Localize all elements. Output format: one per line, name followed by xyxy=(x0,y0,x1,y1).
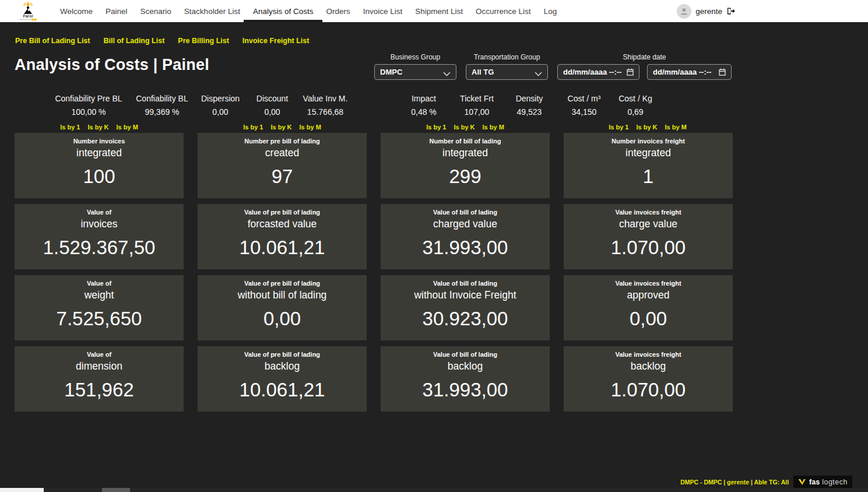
link-pre-bill-of-lading-list[interactable]: Pre Bill of Lading List xyxy=(15,37,90,45)
card-title: backlog xyxy=(198,360,367,372)
card-group-label: Value of xyxy=(15,209,184,216)
isby-link-m[interactable]: Is by M xyxy=(665,124,687,131)
link-invoice-freight-list[interactable]: Invoice Freight List xyxy=(243,37,310,45)
card-group-label: Value invoices freight xyxy=(564,351,733,358)
chevron-down-icon xyxy=(443,72,451,76)
nav-item-welcome[interactable]: Welcome xyxy=(54,0,99,22)
card-invoices-freight-approved: Value invoices freight approved 0,00 xyxy=(564,275,733,340)
username-label: gerente xyxy=(695,7,722,16)
isby-link-k[interactable]: Is by K xyxy=(454,124,475,131)
card-group-label: Value of pre bill of lading xyxy=(198,209,367,216)
calendar-icon[interactable] xyxy=(719,68,726,76)
card-value: 1 xyxy=(564,159,733,198)
brand-name: Farol xyxy=(23,14,33,18)
card-value-weight: Value of weight 7.525,650 xyxy=(15,275,184,340)
card-title: integrated xyxy=(381,147,550,159)
card-bl-backlog: Value of bill of lading backlog 31.993,0… xyxy=(381,346,550,412)
card-value: 30.923,00 xyxy=(381,301,550,340)
nav-item-occurrence-list[interactable]: Occurrence List xyxy=(469,0,537,22)
main-menu: Welcome Painel Scenario Stackholder List… xyxy=(54,0,563,22)
isby-link-k[interactable]: Is by K xyxy=(87,124,108,131)
card-title: without bill of lading xyxy=(198,289,367,301)
filters-bar: Business Group DMPC Transportation Group… xyxy=(374,53,732,80)
card-group-label: Value of bill of lading xyxy=(381,209,550,216)
filter-transportation-group: Transportation Group All TG xyxy=(466,53,548,80)
nav-item-orders[interactable]: Orders xyxy=(319,0,356,22)
card-invoices-freight-charge-value: Value invoices freight charge value 1.07… xyxy=(564,204,733,269)
shipdate-label: Shipdate date xyxy=(557,53,732,61)
nav-item-log[interactable]: Log xyxy=(537,0,564,22)
scrollbar-thumb[interactable] xyxy=(0,488,44,492)
isby-link-1[interactable]: Is by 1 xyxy=(609,124,628,131)
isby-link-1[interactable]: Is by 1 xyxy=(60,124,80,131)
transportation-group-select[interactable]: All TG xyxy=(466,64,548,80)
card-pre-bl-forcasted-value: Value of pre bill of lading forcasted va… xyxy=(198,204,367,269)
fas-logtech-logo: fas logtech xyxy=(793,476,852,488)
kpi-value: 0,00 xyxy=(201,107,240,117)
horizontal-scrollbar[interactable] xyxy=(0,488,868,492)
card-title: without Invoice Freight xyxy=(381,289,550,301)
link-bill-of-lading-list[interactable]: Bill of Lading List xyxy=(103,37,164,45)
transportation-group-value: All TG xyxy=(472,68,494,76)
card-group-label: Number of bill of lading xyxy=(381,138,550,145)
logout-icon[interactable] xyxy=(726,7,735,15)
card-bl-charged-value: Value of bill of lading charged value 31… xyxy=(381,204,550,269)
nav-item-shipment-list[interactable]: Shipment List xyxy=(409,0,469,22)
isby-link-k[interactable]: Is by K xyxy=(636,124,657,131)
card-value: 100 xyxy=(15,159,184,198)
kpi-value: 99,369 % xyxy=(136,107,188,117)
card-value: 10.061,21 xyxy=(198,372,367,412)
user-menu[interactable]: gerente xyxy=(677,4,735,19)
card-value: 0,00 xyxy=(564,301,733,340)
card-invoices-freight-integrated: Number invoices freight integrated 1 xyxy=(564,133,733,198)
business-group-select[interactable]: DMPC xyxy=(374,64,456,80)
card-group-label: Number invoices freight xyxy=(564,138,733,145)
farol-logo[interactable]: Farol xyxy=(13,2,43,20)
shipdate-from-input[interactable]: dd/mm/aaaa --:-- xyxy=(557,64,639,80)
card-group-label: Number invoices xyxy=(15,138,184,145)
nav-item-scenario[interactable]: Scenario xyxy=(134,0,178,22)
kpi-value: 0,00 xyxy=(256,107,288,117)
card-title: invoices xyxy=(15,218,184,230)
card-group-label: Value invoices freight xyxy=(564,280,733,287)
isby-group-pre-bill: Is by 1 Is by K Is by M xyxy=(243,124,321,131)
isby-link-1[interactable]: Is by 1 xyxy=(426,124,446,131)
card-title: dimension xyxy=(15,360,184,372)
isby-link-1[interactable]: Is by 1 xyxy=(243,124,263,131)
card-group-label: Value of bill of lading xyxy=(381,351,550,358)
card-group-label: Value of pre bill of lading xyxy=(198,280,367,287)
kpi-value: 49,523 xyxy=(516,107,543,117)
kpi-label: Confiability Pre BL xyxy=(55,94,122,103)
scrollbar-thumb[interactable] xyxy=(102,488,130,492)
business-group-value: DMPC xyxy=(380,68,402,76)
nav-item-invoice-list[interactable]: Invoice List xyxy=(357,0,409,22)
fas-check-icon xyxy=(798,478,807,486)
kpi-cost-m3: Cost / m³ 34,150 xyxy=(568,94,601,117)
card-pre-bl-without-bl: Value of pre bill of lading without bill… xyxy=(198,275,367,340)
calendar-icon[interactable] xyxy=(627,68,634,76)
isby-link-m[interactable]: Is by M xyxy=(483,124,504,131)
filter-shipdate: Shipdate date dd/mm/aaaa --:-- dd/mm/aaa… xyxy=(557,53,732,80)
card-value: 1.070,00 xyxy=(564,230,733,269)
kpi-value: 100,00 % xyxy=(55,107,122,117)
isby-link-m[interactable]: Is by M xyxy=(117,124,138,131)
card-value: 299 xyxy=(381,159,550,198)
isby-link-k[interactable]: Is by K xyxy=(270,124,291,131)
kpi-value-inv-m: Value Inv M. 15.766,68 xyxy=(303,94,348,117)
nav-item-stackholder-list[interactable]: Stackholder List xyxy=(178,0,247,22)
fas-logo-text-light: logtech xyxy=(822,478,848,486)
nav-item-painel[interactable]: Painel xyxy=(99,0,134,22)
card-title: integrated xyxy=(564,147,733,159)
nav-item-analysis-of-costs[interactable]: Analysis of Costs xyxy=(247,0,320,22)
isby-link-m[interactable]: Is by M xyxy=(300,124,321,131)
card-value: 1.529.367,50 xyxy=(15,230,184,269)
link-pre-billing-list[interactable]: Pre Billing List xyxy=(178,37,229,45)
footer: DMPC - DMPC | gerente | Able TG: All fas… xyxy=(680,476,852,488)
shipdate-from-placeholder: dd/mm/aaaa --:-- xyxy=(563,68,621,76)
shipdate-to-input[interactable]: dd/mm/aaaa --:-- xyxy=(647,64,732,80)
card-title: backlog xyxy=(381,360,550,372)
card-title: created xyxy=(198,147,367,159)
card-group-label: Value of pre bill of lading xyxy=(198,351,367,358)
card-title: approved xyxy=(564,289,733,301)
dashboard-content: Pre Bill of Lading List Bill of Lading L… xyxy=(0,22,868,492)
